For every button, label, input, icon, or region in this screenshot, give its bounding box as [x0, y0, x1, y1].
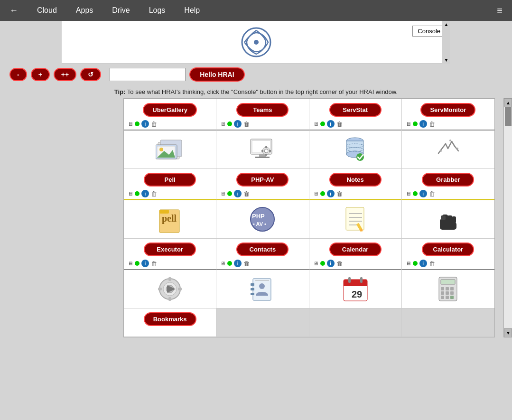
- app-cell-empty-1: [216, 308, 309, 337]
- app-button-grabber[interactable]: Grabber: [422, 173, 474, 187]
- info-icon-executor[interactable]: i: [141, 260, 149, 267]
- nav-drive[interactable]: Drive: [112, 6, 130, 15]
- app-button-servmonitor[interactable]: ServMonitor: [420, 103, 475, 117]
- info-icon-servmonitor[interactable]: i: [419, 120, 427, 128]
- trash-icon-php-av[interactable]: 🗑: [243, 190, 250, 197]
- console-button[interactable]: Console: [412, 26, 446, 37]
- info-icon-pell[interactable]: i: [141, 190, 149, 197]
- app-cell-teams: Teams 🖥 i 🗑: [216, 99, 309, 169]
- nav-apps[interactable]: Apps: [76, 6, 93, 15]
- trash-icon-ubergallery[interactable]: 🗑: [151, 121, 157, 128]
- app-icon-ubergallery[interactable]: [124, 131, 216, 168]
- scrollbar-down-button[interactable]: ▼: [504, 328, 512, 337]
- svg-rect-75: [450, 287, 454, 290]
- monitor-icon-php-av[interactable]: 🖥: [220, 191, 225, 196]
- trash-icon-notes[interactable]: 🗑: [336, 190, 343, 197]
- trash-icon-contacts[interactable]: 🗑: [243, 260, 250, 267]
- app-icon-grabber[interactable]: [402, 200, 494, 238]
- app-icon-calculator[interactable]: [402, 270, 494, 308]
- svg-rect-69: [360, 277, 363, 283]
- app-icon-calendar[interactable]: 29: [309, 270, 401, 308]
- scrollbar-thumb[interactable]: [505, 107, 512, 126]
- scrollbar-up-button[interactable]: ▲: [504, 98, 512, 107]
- app-button-executor[interactable]: Executor: [144, 243, 196, 256]
- search-input[interactable]: [110, 68, 186, 81]
- app-button-pell[interactable]: Pell: [144, 173, 196, 187]
- hello-button[interactable]: Hello HRAI: [189, 67, 244, 82]
- info-icon-ubergallery[interactable]: i: [141, 120, 149, 128]
- app-button-teams[interactable]: Teams: [236, 103, 289, 117]
- monitor-icon-servstat[interactable]: 🖥: [313, 121, 318, 127]
- tip-label: Tip:: [114, 88, 126, 95]
- scroll-up-arrow[interactable]: ▲: [442, 21, 450, 28]
- monitor-icon-grabber[interactable]: 🖥: [406, 191, 411, 196]
- app-button-php-av[interactable]: PHP-AV: [236, 173, 289, 187]
- svg-rect-80: [446, 296, 449, 299]
- app-icon-pell[interactable]: pell: [124, 200, 216, 238]
- info-icon-teams[interactable]: i: [234, 120, 242, 128]
- refresh-button[interactable]: ↺: [80, 68, 101, 81]
- app-button-contacts[interactable]: Contacts: [236, 243, 289, 256]
- app-icon-notes[interactable]: [309, 200, 401, 238]
- svg-rect-72: [441, 280, 455, 284]
- info-icon-servstat[interactable]: i: [327, 120, 335, 128]
- app-icon-contacts[interactable]: [216, 270, 308, 308]
- app-icon-teams[interactable]: [216, 131, 308, 168]
- monitor-icon-ubergallery[interactable]: 🖥: [128, 121, 133, 127]
- app-controls-notes: 🖥 i 🗑: [309, 189, 401, 200]
- plus-button[interactable]: +: [31, 68, 50, 81]
- plusplus-button[interactable]: ++: [54, 68, 76, 81]
- minus-button[interactable]: -: [9, 68, 27, 81]
- trash-icon-servmonitor[interactable]: 🗑: [429, 121, 435, 128]
- app-button-ubergallery[interactable]: UberGallery: [143, 103, 197, 117]
- app-button-servstat[interactable]: ServStat: [329, 103, 382, 117]
- monitor-icon-pell[interactable]: 🖥: [128, 191, 133, 196]
- info-icon-contacts[interactable]: i: [234, 260, 242, 267]
- status-dot-php-av: [227, 191, 232, 196]
- monitor-icon-contacts[interactable]: 🖥: [220, 261, 225, 266]
- info-icon-calendar[interactable]: i: [327, 260, 335, 267]
- trash-icon-executor[interactable]: 🗑: [151, 260, 157, 267]
- app-icon-php-av[interactable]: PHP • AV •: [216, 200, 308, 238]
- info-icon-php-av[interactable]: i: [234, 190, 242, 197]
- svg-point-13: [264, 149, 268, 153]
- info-icon-calculator[interactable]: i: [419, 260, 427, 267]
- info-icon-notes[interactable]: i: [327, 190, 335, 197]
- app-icon-servstat[interactable]: [309, 131, 401, 168]
- back-button[interactable]: ←: [9, 6, 18, 16]
- monitor-icon-executor[interactable]: 🖥: [128, 261, 133, 266]
- nav-help[interactable]: Help: [184, 6, 200, 15]
- status-dot-ubergallery: [135, 121, 140, 126]
- monitor-icon-teams[interactable]: 🖥: [220, 121, 225, 127]
- svg-rect-67: [344, 283, 367, 286]
- app-button-bookmarks[interactable]: Bookmarks: [144, 312, 196, 326]
- info-icon-grabber[interactable]: i: [419, 190, 427, 197]
- app-controls-ubergallery: 🖥 i 🗑: [124, 119, 216, 131]
- app-button-calculator[interactable]: Calculator: [422, 243, 474, 256]
- menu-icon[interactable]: ≡: [497, 5, 503, 16]
- app-cell-ubergallery: UberGallery 🖥 i 🗑: [124, 99, 216, 169]
- monitor-icon-calculator[interactable]: 🖥: [406, 261, 411, 266]
- trash-icon-servstat[interactable]: 🗑: [336, 121, 343, 128]
- app-cell-php-av: PHP-AV 🖥 i 🗑 PHP • AV •: [216, 169, 309, 239]
- monitor-icon-servmonitor[interactable]: 🖥: [406, 121, 411, 127]
- scroll-down-arrow[interactable]: ▼: [442, 56, 450, 64]
- svg-line-24: [438, 144, 446, 153]
- nav-cloud[interactable]: Cloud: [37, 6, 57, 15]
- app-icon-executor[interactable]: [124, 270, 216, 308]
- app-controls-contacts: 🖥 i 🗑: [216, 259, 308, 270]
- status-dot-calculator: [413, 261, 418, 266]
- trash-icon-grabber[interactable]: 🗑: [429, 190, 435, 197]
- trash-icon-teams[interactable]: 🗑: [243, 121, 250, 128]
- monitor-icon-notes[interactable]: 🖥: [313, 191, 318, 196]
- nav-logs[interactable]: Logs: [149, 6, 166, 15]
- trash-icon-pell[interactable]: 🗑: [151, 190, 157, 197]
- trash-icon-calendar[interactable]: 🗑: [336, 260, 343, 267]
- monitor-icon-calendar[interactable]: 🖥: [313, 261, 318, 266]
- status-dot-servstat: [320, 121, 325, 126]
- app-button-calendar[interactable]: Calendar: [329, 243, 382, 256]
- svg-rect-76: [441, 291, 444, 295]
- app-button-notes[interactable]: Notes: [329, 173, 382, 187]
- trash-icon-calculator[interactable]: 🗑: [429, 260, 435, 267]
- app-icon-servmonitor[interactable]: [402, 131, 494, 168]
